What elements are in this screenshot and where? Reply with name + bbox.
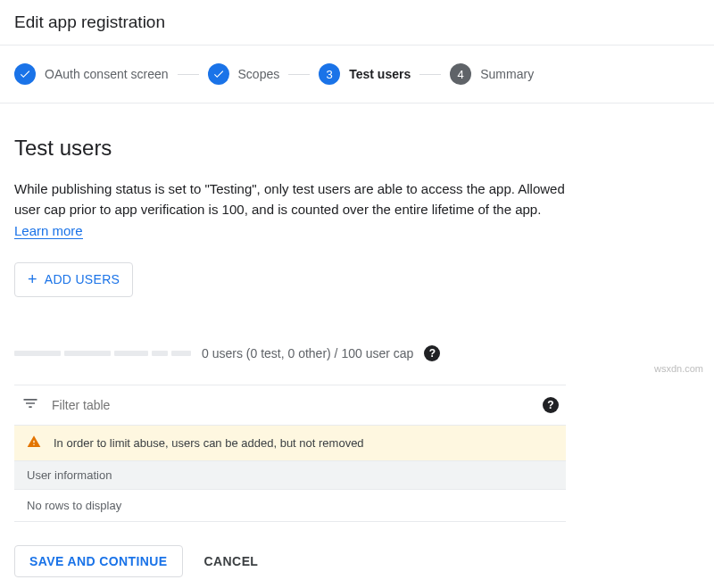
watermark: wsxdn.com (654, 363, 703, 374)
filter-input[interactable] (52, 398, 530, 412)
check-icon (208, 63, 229, 85)
section-description: While publishing status is set to "Testi… (14, 178, 566, 241)
quota-row: 0 users (0 test, 0 other) / 100 user cap… (14, 345, 566, 361)
step-label: Scopes (238, 67, 280, 81)
description-text: While publishing status is set to "Testi… (14, 181, 565, 217)
save-continue-button[interactable]: SAVE AND CONTINUE (14, 545, 183, 577)
quota-bar (152, 351, 168, 356)
check-icon (14, 63, 36, 85)
quota-bar (14, 351, 61, 356)
step-summary[interactable]: 4 Summary (450, 63, 534, 85)
stepper: OAuth consent screen Scopes 3 Test users… (0, 46, 714, 104)
filter-row: ? (14, 385, 566, 426)
action-row: SAVE AND CONTINUE CANCEL (14, 545, 566, 577)
add-users-label: ADD USERS (45, 272, 120, 286)
plus-icon: + (28, 270, 37, 289)
add-users-button[interactable]: + ADD USERS (14, 262, 133, 297)
connector (178, 74, 199, 75)
connector (419, 74, 441, 75)
quota-bar (114, 351, 148, 356)
help-icon[interactable]: ? (424, 345, 440, 361)
quota-bars (14, 351, 191, 356)
section-heading: Test users (14, 136, 566, 161)
step-number-icon: 4 (450, 63, 471, 85)
learn-more-link[interactable]: Learn more (14, 223, 83, 239)
quota-text: 0 users (0 test, 0 other) / 100 user cap (202, 346, 413, 360)
step-oauth-consent[interactable]: OAuth consent screen (14, 63, 169, 85)
quota-bar (64, 351, 111, 356)
page-title: Edit app registration (0, 0, 714, 46)
table-empty: No rows to display (14, 490, 566, 521)
step-label: OAuth consent screen (45, 67, 169, 81)
cancel-button[interactable]: CANCEL (194, 545, 270, 577)
help-icon[interactable]: ? (543, 397, 559, 413)
step-label: Summary (480, 67, 534, 81)
connector (288, 74, 310, 75)
users-table: ? In order to limit abuse, users can be … (14, 385, 566, 522)
step-scopes[interactable]: Scopes (208, 63, 280, 85)
warning-text: In order to limit abuse, users can be ad… (54, 436, 364, 450)
warning-banner: In order to limit abuse, users can be ad… (14, 426, 566, 461)
step-label: Test users (349, 67, 411, 81)
step-test-users[interactable]: 3 Test users (319, 63, 411, 85)
table-header: User information (14, 461, 566, 490)
quota-bar (171, 351, 191, 356)
step-number-icon: 3 (319, 63, 340, 85)
warning-icon (27, 435, 41, 451)
filter-icon[interactable] (21, 394, 39, 416)
